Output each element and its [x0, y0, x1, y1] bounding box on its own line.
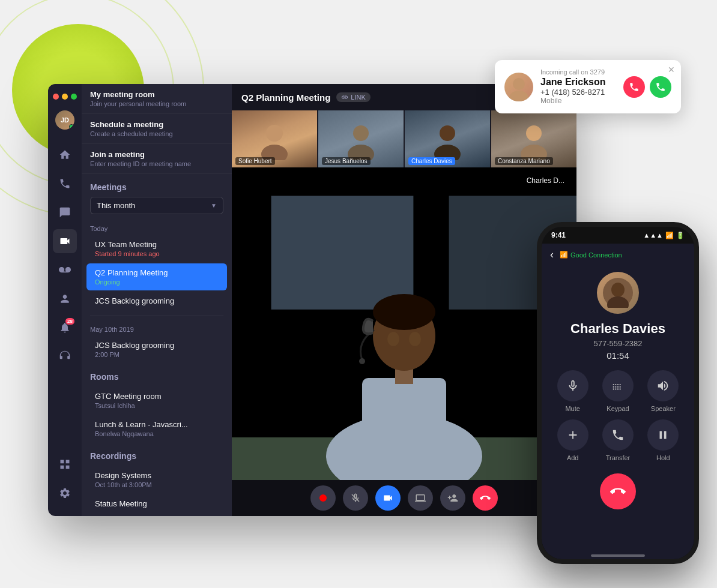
call-action-buttons — [623, 76, 671, 98]
status-meeting-recording-item[interactable]: Status Meeting — [86, 494, 227, 513]
connection-signal-icon: 📶 — [560, 251, 568, 259]
jcs-backlog-may-title: JCS Backlog grooming — [95, 341, 219, 350]
phone-speaker-button[interactable] — [647, 370, 679, 401]
participant-thumb-charles[interactable]: Charles Davies — [405, 110, 490, 167]
svg-point-23 — [387, 332, 399, 346]
notification-badge: 28 — [65, 318, 74, 325]
caller-name: Jane Erickson — [540, 77, 616, 88]
phone-status-icons: ▲▲▲ 📶 🔋 — [643, 232, 685, 239]
phone-time: 9:41 — [551, 231, 566, 239]
jcs-backlog-may-item[interactable]: JCS Backlog grooming 2:00 PM — [86, 336, 227, 363]
phone-mute-button[interactable] — [557, 370, 588, 401]
phone-transfer-label: Transfer — [606, 454, 631, 461]
design-systems-recording-item[interactable]: Design Systems Oct 10th at 3:00PM — [86, 466, 227, 493]
participant-thumb-jesus[interactable]: Jesus Bañuelos — [318, 110, 404, 167]
nav-contacts-button[interactable] — [53, 287, 77, 311]
svg-point-26 — [319, 494, 327, 502]
meetings-panel: My meeting room Join your personal meeti… — [82, 84, 232, 516]
minimize-button[interactable] — [62, 94, 68, 100]
participant-name-sofie: Sofie Hubert — [235, 157, 275, 165]
phone-end-call-button[interactable] — [600, 473, 636, 509]
join-meeting-action[interactable]: Join a meeting Enter meeting ID or meeti… — [82, 144, 232, 174]
meetings-section-label: Meetings — [82, 174, 232, 197]
accept-call-button[interactable] — [650, 76, 671, 98]
nav-voicemail-button[interactable] — [53, 258, 77, 282]
my-meeting-room-title: My meeting room — [90, 90, 223, 99]
phone-back-button[interactable]: ‹ — [550, 248, 554, 261]
battery-icon: 🔋 — [676, 232, 685, 239]
jcs-backlog-today-item[interactable]: JCS Backlog grooming — [86, 292, 227, 310]
schedule-meeting-action[interactable]: Schedule a meeting Create a scheduled me… — [82, 114, 232, 144]
jcs-backlog-may-time: 2:00 PM — [95, 351, 219, 358]
lunch-learn-title: Lunch & Learn - Javascri... — [95, 420, 219, 429]
participant-name-jesus: Jesus Bañuelos — [322, 157, 371, 165]
phone-keypad-button[interactable] — [602, 370, 634, 401]
caller-info: Incoming call on 3279 Jane Erickson +1 (… — [540, 68, 616, 105]
ux-team-meeting-item[interactable]: UX Team Meeting Started 9 minutes ago — [86, 235, 227, 262]
link-label: LINK — [351, 94, 365, 101]
phone-add-label: Add — [567, 454, 579, 461]
main-video-feed: Charles D... — [232, 167, 576, 480]
mute-audio-button[interactable] — [343, 485, 368, 511]
my-meeting-room-action[interactable]: My meeting room Join your personal meeti… — [82, 84, 232, 114]
phone-hold-label: Hold — [656, 454, 670, 461]
phone-transfer-button[interactable] — [602, 419, 634, 451]
nav-settings-button[interactable] — [53, 481, 77, 505]
lunch-learn-item[interactable]: Lunch & Learn - Javascri... Bonelwa Ngqa… — [86, 415, 227, 442]
svg-point-25 — [359, 358, 365, 364]
gtc-room-item[interactable]: GTC Meeting room Tsutsui Ichiha — [86, 387, 227, 414]
nav-messages-button[interactable] — [53, 200, 77, 224]
svg-point-24 — [409, 332, 421, 346]
maximize-button[interactable] — [71, 94, 77, 100]
phone-transfer-control: Transfer — [599, 419, 637, 461]
link-badge[interactable]: LINK — [336, 92, 370, 102]
nav-meetings-button[interactable] — [53, 229, 77, 253]
end-call-button[interactable] — [473, 485, 498, 511]
phone-add-button[interactable] — [557, 419, 588, 451]
nav-notifications-button[interactable]: 28 — [53, 316, 77, 340]
participant-thumb-sofie[interactable]: Sofie Hubert — [232, 110, 317, 167]
filter-arrow-icon: ▼ — [211, 202, 217, 209]
record-button[interactable] — [310, 485, 336, 511]
close-notification-button[interactable]: ✕ — [668, 65, 675, 74]
participant-thumb-constanza[interactable]: Constanza Mariano — [491, 110, 576, 167]
phone-home-bar — [542, 547, 694, 559]
phone-controls-grid: Mute Keypad Speaker — [542, 370, 694, 461]
caller-avatar — [504, 73, 533, 101]
recordings-section-label: Recordings — [82, 443, 232, 466]
incoming-label: Incoming call on 3279 — [540, 68, 616, 76]
phone-hold-button[interactable] — [647, 419, 679, 451]
signal-icon: ▲▲▲ — [643, 232, 663, 239]
phone-keypad-label: Keypad — [607, 405, 629, 412]
participant-name-charles: Charles Davies — [408, 157, 455, 165]
nav-grid-button[interactable] — [53, 452, 77, 476]
gtc-room-title: GTC Meeting room — [95, 392, 219, 401]
user-avatar[interactable]: JD — [55, 110, 74, 130]
phone-mute-label: Mute — [565, 405, 579, 412]
incoming-call-notification: ✕ Incoming call on 3279 Jane Erickson +1… — [495, 60, 681, 113]
join-meeting-title: Join a meeting — [90, 150, 223, 159]
screen-share-button[interactable] — [408, 485, 433, 511]
nav-home-button[interactable] — [53, 143, 77, 167]
svg-point-0 — [513, 78, 525, 90]
meetings-filter-dropdown[interactable]: This month ▼ — [90, 197, 223, 214]
connection-label: Good Connection — [570, 251, 622, 259]
add-participant-button[interactable] — [440, 485, 465, 511]
q2-planning-meeting-item[interactable]: Q2 Planning Meeting Ongoing — [86, 263, 227, 290]
phone-status-bar: 9:41 ▲▲▲ 📶 🔋 — [542, 227, 694, 244]
desktop-app-window: JD 28 — [48, 84, 576, 516]
svg-point-2 — [266, 125, 283, 142]
video-controls-bar — [232, 480, 576, 516]
phone-screen: 9:41 ▲▲▲ 📶 🔋 ‹ 📶 Good Connection — [542, 227, 694, 559]
svg-point-4 — [353, 125, 369, 141]
status-meeting-title: Status Meeting — [95, 499, 219, 508]
decline-call-button[interactable] — [623, 76, 645, 98]
toggle-video-button[interactable] — [375, 485, 401, 511]
gtc-room-host: Tsutsui Ichiha — [95, 402, 219, 409]
participant-name-constanza: Constanza Mariano — [495, 157, 553, 165]
close-button[interactable] — [53, 94, 59, 100]
nav-calls-button[interactable] — [53, 172, 77, 196]
phone-hold-control: Hold — [644, 419, 682, 461]
nav-headset-button[interactable] — [53, 344, 77, 368]
phone-caller-avatar — [597, 272, 639, 314]
